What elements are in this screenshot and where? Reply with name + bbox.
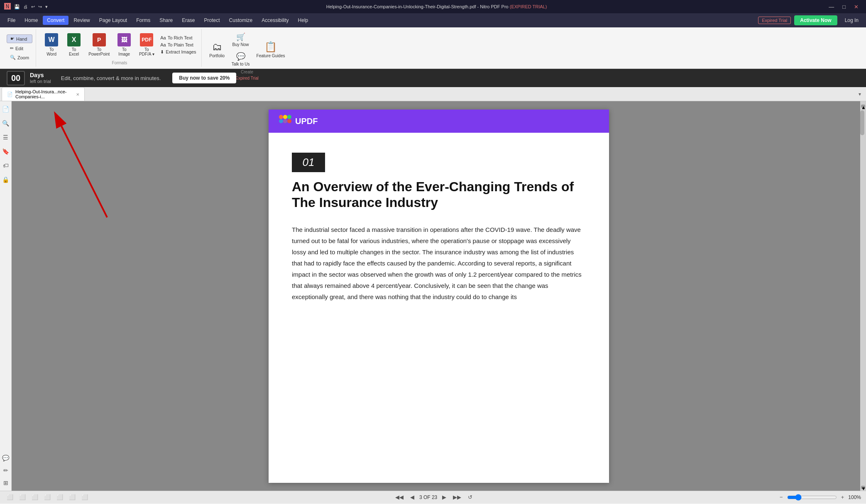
quick-access-print[interactable]: 🖨 (23, 4, 28, 9)
refresh-button[interactable]: ↺ (466, 493, 474, 501)
minimize-button[interactable]: — (825, 3, 837, 11)
view-icon-6[interactable]: ⬜ (67, 493, 77, 501)
feature-guides-icon: 📋 (264, 41, 277, 53)
talk-icon: 💬 (236, 52, 245, 61)
menu-protect[interactable]: Protect (200, 16, 224, 25)
menu-erase[interactable]: Erase (178, 16, 199, 25)
to-pdfa-button[interactable]: PDF ToPDF/A ▾ (136, 32, 157, 58)
view-icon-2[interactable]: ⬜ (17, 493, 27, 501)
window-controls[interactable]: — □ ✕ (825, 3, 862, 11)
feature-guides-button[interactable]: 📋 Feature Guides (254, 39, 288, 60)
to-excel-icon: X (67, 33, 81, 46)
menu-share[interactable]: Share (155, 16, 177, 25)
buy-now-icon: 🛒 (236, 32, 245, 41)
view-icon-1[interactable]: ⬜ (5, 493, 15, 501)
next-page-button[interactable]: ▶ (440, 493, 448, 501)
annotation-arrow (12, 101, 178, 226)
buy-now-label: Buy Now (232, 42, 249, 47)
menu-accessibility[interactable]: Accessibility (257, 16, 293, 25)
to-image-button[interactable]: 🖼 ToImage (114, 32, 135, 58)
maximize-button[interactable]: □ (839, 3, 849, 11)
activate-now-button[interactable]: Activate Now (794, 15, 837, 25)
menu-customize[interactable]: Customize (225, 16, 257, 25)
quick-access-redo[interactable]: ↪ (38, 4, 42, 10)
talk-to-us-button[interactable]: 💬 Talk to Us (229, 50, 252, 68)
formats-group-label: Formats (112, 59, 127, 65)
to-word-label: ToWord (46, 47, 56, 56)
to-word-button[interactable]: W ToWord (41, 32, 62, 58)
to-ppt-icon: P (93, 33, 106, 46)
sidebar-pen[interactable]: ✏ (1, 466, 10, 475)
zoom-out-button[interactable]: − (778, 493, 785, 501)
convert-formats-group: W ToWord X ToExcel P ToPowerPoint (38, 29, 202, 67)
close-button[interactable]: ✕ (851, 3, 862, 11)
zoom-tool-button[interactable]: 🔍 Zoom (7, 54, 32, 61)
menu-help[interactable]: Help (294, 16, 313, 25)
quick-access-undo[interactable]: ↩ (31, 4, 35, 10)
tab-close-button[interactable]: × (76, 91, 79, 97)
portfolio-button[interactable]: 🗂 Portfolio (207, 39, 228, 60)
extract-images-button[interactable]: ⬇ Extract Images (159, 49, 198, 56)
document-tab[interactable]: 📄 Helping-Out-Insura...nce-Companies-i..… (2, 87, 85, 101)
quick-access-save[interactable]: 💾 (14, 4, 20, 10)
menu-home[interactable]: Home (20, 16, 42, 25)
sidebar-tags[interactable]: 🏷 (1, 161, 10, 170)
view-icon-7[interactable]: ⬜ (80, 493, 90, 501)
view-icon-3[interactable]: ⬜ (30, 493, 40, 501)
svg-point-1 (283, 115, 287, 119)
zoom-icon: 🔍 (10, 55, 16, 60)
window-title: Helping-Out-Insurance-Companies-in-Unloc… (48, 4, 825, 9)
scroll-thumb[interactable] (860, 110, 864, 135)
menu-review[interactable]: Review (69, 16, 94, 25)
left-sidebar: 📄 🔍 ☰ 🔖 🏷 🔒 💬 ✏ ⊞ (0, 101, 12, 491)
menu-bar: File Home Convert Review Page Layout For… (0, 13, 866, 27)
expired-trial-small: Expired Trial (235, 74, 259, 80)
pdf-page: UPDF 01 An Overview of the Ever-Changing… (269, 110, 609, 483)
menu-forms[interactable]: Forms (132, 16, 154, 25)
pdf-body-text: The industrial sector faced a massive tr… (292, 224, 586, 302)
sidebar-comments[interactable]: 💬 (1, 453, 10, 463)
last-page-button[interactable]: ▶▶ (451, 493, 463, 501)
first-page-button[interactable]: ◀◀ (394, 493, 405, 501)
title-bar-left: 🅽 💾 🖨 ↩ ↪ ▾ (4, 3, 48, 10)
sidebar-layers[interactable]: ☰ (1, 133, 10, 142)
to-pdfa-label: ToPDF/A ▾ (139, 47, 154, 56)
tab-dropdown[interactable]: ▾ (855, 90, 864, 99)
menu-convert[interactable]: Convert (43, 16, 68, 25)
scrollbar-track[interactable]: ▲ ▼ (860, 101, 866, 491)
zoom-in-button[interactable]: + (839, 493, 846, 501)
create-group-label: Create (241, 68, 253, 74)
view-icon-4[interactable]: ⬜ (42, 493, 52, 501)
scroll-up-arrow[interactable]: ▲ (861, 105, 865, 108)
buy-now-banner-button[interactable]: Buy now to save 20% (172, 73, 236, 83)
portfolio-label: Portfolio (209, 54, 225, 58)
to-ppt-button[interactable]: P ToPowerPoint (86, 32, 112, 58)
format-tools: W ToWord X ToExcel P ToPowerPoint (41, 31, 198, 59)
zoom-slider[interactable] (787, 494, 837, 501)
menu-file[interactable]: File (3, 16, 20, 25)
trial-banner: 00 Days left on trial Edit, combine, con… (0, 69, 866, 87)
to-rich-text-button[interactable]: Aa To Rich Text (159, 34, 198, 41)
trial-message: Edit, combine, convert & more in minutes… (61, 75, 161, 81)
sidebar-bookmarks[interactable]: 🔖 (1, 147, 10, 156)
menu-page-layout[interactable]: Page Layout (95, 16, 131, 25)
svg-line-7 (61, 126, 107, 217)
sidebar-grid[interactable]: ⊞ (1, 478, 10, 487)
tab-bar: 📄 Helping-Out-Insura...nce-Companies-i..… (0, 87, 866, 101)
view-icon-5[interactable]: ⬜ (55, 493, 65, 501)
to-plain-text-button[interactable]: Aa To Plain Text (159, 41, 198, 48)
prev-page-button[interactable]: ◀ (409, 493, 416, 501)
buy-now-button[interactable]: 🛒 Buy Now (229, 31, 252, 49)
sidebar-thumbnails[interactable]: 📄 (1, 105, 10, 114)
sidebar-search[interactable]: 🔍 (1, 119, 10, 128)
scroll-down-arrow[interactable]: ▼ (861, 486, 865, 489)
login-button[interactable]: Log In (841, 16, 863, 25)
chapter-title: An Overview of the Ever-Changing Trends … (292, 179, 586, 211)
expired-label: (EXPIRED TRIAL) (510, 4, 547, 9)
svg-point-3 (279, 119, 283, 123)
sidebar-security[interactable]: 🔒 (1, 175, 10, 184)
plain-text-icon: Aa (160, 42, 166, 47)
to-excel-button[interactable]: X ToExcel (64, 32, 84, 58)
hand-tool-button[interactable]: ☛ Hand (7, 34, 32, 43)
edit-tool-button[interactable]: ✏ Edit (7, 44, 32, 52)
